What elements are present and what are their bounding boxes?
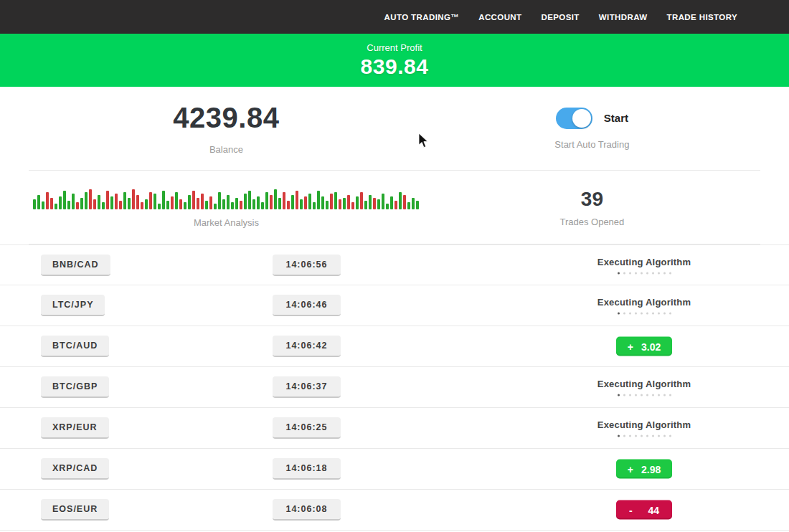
nav-item-trade-history[interactable]: TRADE HISTORY: [667, 13, 738, 22]
time-badge: 14:06:08: [273, 499, 341, 521]
nav-item-auto-trading[interactable]: AUTO TRADING™: [384, 13, 460, 22]
progress-dots: [618, 435, 671, 437]
auto-trading-page: AUTO TRADING™ ACCOUNT DEPOSIT WITHDRAW T…: [0, 0, 789, 532]
table-row: LTC/JPY 14:06:46 Executing Algorithm: [0, 285, 789, 326]
progress-dots: [618, 394, 671, 396]
trades-opened-value: 39: [581, 188, 603, 211]
profit-value: 2.98: [641, 463, 661, 475]
table-row: BTC/AUD 14:06:42 + 3.02: [0, 326, 789, 367]
profit-sign: +: [628, 341, 633, 352]
trades-list: BNB/CAD 14:06:56 Executing Algorithm LTC…: [0, 244, 789, 531]
profit-badge: + 3.02: [616, 337, 672, 356]
pair-badge: BTC/GBP: [41, 376, 109, 398]
status-executing-label: Executing Algorithm: [597, 419, 691, 430]
market-analysis-block: Market Analysis: [29, 171, 424, 244]
loss-value: 44: [648, 504, 660, 516]
table-row: XRP/EUR 14:06:25 Executing Algorithm: [0, 408, 789, 449]
status-cell: Executing Algorithm: [572, 419, 716, 437]
status-cell: Executing Algorithm: [572, 379, 716, 396]
nav-item-account[interactable]: ACCOUNT: [478, 13, 521, 22]
pair-badge: BNB/CAD: [41, 255, 110, 276]
current-profit-value: 839.84: [361, 54, 429, 79]
status-cell: Executing Algorithm: [572, 297, 716, 315]
time-badge: 14:06:46: [273, 295, 341, 316]
status-cell: + 3.02: [572, 337, 716, 356]
status-cell: Executing Algorithm: [572, 256, 716, 274]
status-executing-label: Executing Algorithm: [597, 379, 691, 389]
toggle-label: Start: [604, 112, 628, 124]
loss-badge: - 44: [616, 500, 672, 520]
current-profit-label: Current Profit: [367, 42, 422, 53]
trades-opened-label: Trades Opened: [559, 217, 624, 227]
stats-row-bottom: Market Analysis 39 Trades Opened: [29, 171, 760, 244]
pair-badge: XRP/EUR: [41, 417, 109, 439]
profit-sign: +: [628, 463, 633, 475]
balance-label: Balance: [209, 144, 243, 155]
auto-trading-toggle[interactable]: [556, 108, 592, 129]
status-cell: + 2.98: [572, 460, 716, 479]
auto-trading-block: Start Start Auto Trading: [424, 87, 760, 170]
balance-block: 4239.84 Balance: [29, 87, 424, 170]
time-badge: 14:06:56: [273, 255, 341, 276]
stats-row-top: 4239.84 Balance Start Start Auto Trading: [29, 87, 760, 170]
progress-dots: [618, 272, 671, 274]
status-cell: - 44: [572, 500, 716, 520]
table-row: EOS/EUR 14:06:08 - 44: [0, 490, 789, 531]
nav-item-withdraw[interactable]: WITHDRAW: [599, 13, 648, 22]
time-badge: 14:06:25: [273, 417, 341, 439]
nav-item-deposit[interactable]: DEPOSIT: [542, 13, 580, 22]
market-analysis-label: Market Analysis: [194, 217, 259, 228]
toggle-knob: [572, 109, 591, 128]
progress-dots: [618, 313, 671, 315]
loss-sign: -: [629, 504, 633, 516]
current-profit-banner: Current Profit 839.84: [0, 34, 789, 87]
table-row: BTC/GBP 14:06:37 Executing Algorithm: [0, 367, 789, 408]
time-badge: 14:06:42: [273, 336, 341, 357]
pair-badge: XRP/CAD: [41, 458, 109, 480]
status-executing-label: Executing Algorithm: [597, 297, 691, 308]
table-row: BNB/CAD 14:06:56 Executing Algorithm: [0, 244, 789, 285]
pair-badge: LTC/JPY: [41, 295, 105, 316]
market-analysis-chart: [33, 186, 419, 209]
table-row: XRP/CAD 14:06:18 + 2.98: [0, 449, 789, 490]
profit-badge: + 2.98: [616, 460, 672, 479]
auto-trading-label: Start Auto Trading: [554, 139, 629, 150]
time-badge: 14:06:37: [273, 376, 341, 398]
trades-opened-block: 39 Trades Opened: [424, 171, 760, 244]
profit-value: 3.02: [641, 341, 661, 352]
balance-value: 4239.84: [173, 102, 279, 134]
status-executing-label: Executing Algorithm: [597, 256, 691, 267]
pair-badge: BTC/AUD: [41, 336, 109, 357]
pair-badge: EOS/EUR: [41, 499, 109, 521]
top-nav: AUTO TRADING™ ACCOUNT DEPOSIT WITHDRAW T…: [0, 0, 789, 34]
time-badge: 14:06:18: [273, 458, 341, 480]
